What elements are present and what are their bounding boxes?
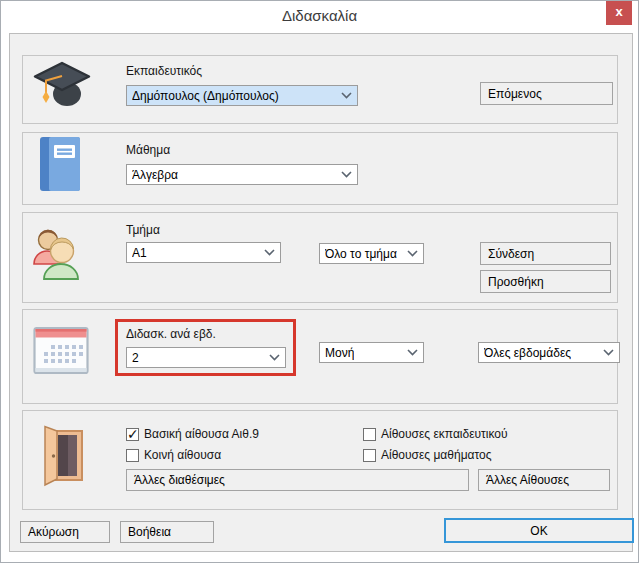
calendar-icon xyxy=(33,326,89,376)
weeks-select[interactable]: Όλες εβδομάδες xyxy=(478,342,620,363)
chevron-down-icon xyxy=(603,349,614,356)
door-icon xyxy=(40,425,86,487)
lessons-section: Διδασκ. ανά εβδ. 2 Μονή Όλες εβδομάδες xyxy=(22,309,618,404)
lessons-per-week-label: Διδασκ. ανά εβδ. xyxy=(126,327,216,341)
teacher-rooms-label: Αίθουσες εκπαιδευτικού xyxy=(381,427,508,441)
teacher-rooms-checkbox[interactable]: Αίθουσες εκπαιδευτικού xyxy=(363,427,508,441)
chevron-down-icon xyxy=(269,354,280,361)
join-button[interactable]: Σύνδεση xyxy=(480,242,611,265)
subject-section: Μάθημα Άλγεβρα xyxy=(22,132,618,205)
weeks-value: Όλες εβδομάδες xyxy=(484,346,571,360)
subject-rooms-label: Αίθουσες μαθήματος xyxy=(381,448,492,462)
subject-select-value: Άλγεβρα xyxy=(132,168,178,182)
checkbox-box xyxy=(126,428,139,441)
class-scope-value: Όλο το τμήμα xyxy=(325,247,397,261)
chevron-down-icon xyxy=(407,250,418,257)
shared-room-label: Κοινή αίθουσα xyxy=(144,448,221,462)
ok-button[interactable]: OK xyxy=(444,518,634,543)
teacher-select-value: Δημόπουλος (Δημόπουλος) xyxy=(132,89,279,103)
home-room-checkbox[interactable]: Βασική αίθουσα Αιθ.9 xyxy=(126,427,259,441)
other-rooms-button[interactable]: Άλλες Αίθουσες xyxy=(478,469,610,491)
duration-select[interactable]: Μονή xyxy=(319,342,424,363)
teacher-select[interactable]: Δημόπουλος (Δημόπουλος) xyxy=(126,85,358,106)
rooms-section: Βασική αίθουσα Αιθ.9 Κοινή αίθουσα Αίθου… xyxy=(22,410,618,510)
teacher-label: Εκπαιδευτικός xyxy=(126,64,202,78)
content-panel: Εκπαιδευτικός Δημόπουλος (Δημόπουλος) Επ… xyxy=(9,33,633,552)
cancel-button[interactable]: Ακύρωση xyxy=(20,521,110,543)
class-section: Τμήμα A1 Όλο το τμήμα Σύνδεση Προσθήκη xyxy=(22,212,618,303)
next-button[interactable]: Επόμενος xyxy=(480,82,613,105)
checkbox-box xyxy=(363,428,376,441)
teaching-dialog: Διδασκαλία x Εκπαιδευτικός Δημόπουλος (Δ… xyxy=(0,0,639,563)
other-available-button[interactable]: Άλλες διαθέσιμες xyxy=(126,469,469,491)
teacher-section: Εκπαιδευτικός Δημόπουλος (Δημόπουλος) Επ… xyxy=(22,55,618,124)
subject-rooms-checkbox[interactable]: Αίθουσες μαθήματος xyxy=(363,448,492,462)
subject-label: Μάθημα xyxy=(126,143,170,157)
chevron-down-icon xyxy=(264,249,275,256)
chevron-down-icon xyxy=(341,92,352,99)
class-label: Τμήμα xyxy=(126,223,160,237)
lessons-per-week-value: 2 xyxy=(132,351,139,365)
dialog-title: Διδασκαλία xyxy=(1,7,638,24)
class-scope-select[interactable]: Όλο το τμήμα xyxy=(319,243,424,264)
class-select[interactable]: A1 xyxy=(126,242,281,263)
title-bar: Διδασκαλία x xyxy=(1,1,638,31)
book-icon xyxy=(39,136,81,192)
graduation-cap-icon xyxy=(33,60,91,112)
close-button[interactable]: x xyxy=(606,1,632,25)
subject-select[interactable]: Άλγεβρα xyxy=(126,164,358,185)
chevron-down-icon xyxy=(341,171,352,178)
students-icon xyxy=(31,226,87,282)
checkbox-box xyxy=(363,449,376,462)
class-select-value: A1 xyxy=(132,246,147,260)
checkbox-box xyxy=(126,449,139,462)
lessons-per-week-select[interactable]: 2 xyxy=(126,347,286,368)
chevron-down-icon xyxy=(407,349,418,356)
help-button[interactable]: Βοήθεια xyxy=(120,521,214,543)
duration-value: Μονή xyxy=(325,346,354,360)
home-room-label: Βασική αίθουσα Αιθ.9 xyxy=(144,427,259,441)
shared-room-checkbox[interactable]: Κοινή αίθουσα xyxy=(126,448,221,462)
add-button[interactable]: Προσθήκη xyxy=(480,270,611,293)
